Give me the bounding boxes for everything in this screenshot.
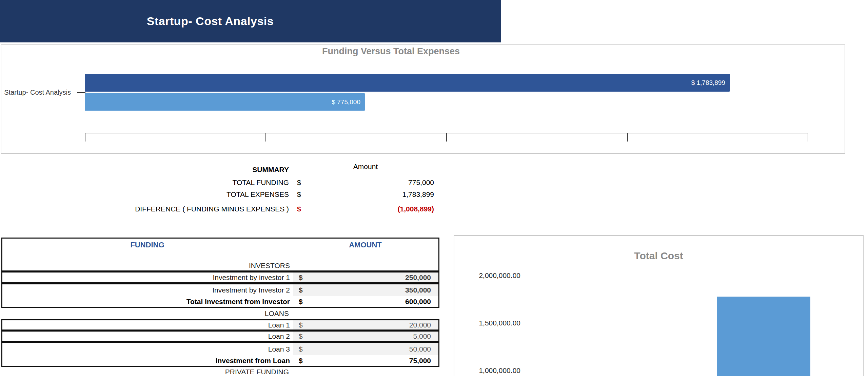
summary-row-label: TOTAL EXPENSES (0, 190, 289, 199)
currency-symbol: $ (297, 190, 314, 199)
total-cost-bar[interactable] (717, 297, 810, 376)
y-axis-tick-label: 1,500,000.00 (461, 319, 520, 328)
row-value[interactable]: 5,000 (303, 332, 438, 340)
funding-bar-data-label: $ 775,000 (332, 98, 365, 106)
category-tick-mark (77, 92, 85, 93)
table-row-loan-3-and-total: Loan 3 $ 50,000 Investment from Loan $ 7… (1, 342, 439, 367)
row-label: Investment by Investor 2 (2, 286, 293, 294)
expenses-bar-data-label: $ 1,783,899 (691, 79, 730, 87)
table-row-investor-1: Investment by investor 1 $ 250,000 (1, 271, 439, 283)
row-label: Investment from Loan (2, 357, 293, 365)
currency-symbol: $ (293, 332, 303, 340)
table-header-box: FUNDING AMOUNT INVESTORS (1, 238, 439, 271)
section-label-private-funding: PRIVATE FUNDING (1, 368, 292, 376)
currency-symbol: $ (293, 286, 303, 294)
chart-title: Total Cost (454, 250, 863, 262)
summary-row-label: TOTAL FUNDING (0, 178, 289, 187)
y-axis-tick-label: 2,000,000.00 (461, 271, 520, 280)
row-label: Investment by investor 1 (2, 274, 293, 282)
chart-title: Funding Versus Total Expenses (301, 46, 481, 56)
category-axis-label: Startup- Cost Analysis (1, 89, 71, 97)
row-label: Loan 2 (2, 332, 293, 340)
currency-symbol: $ (293, 357, 303, 365)
funding-vs-expenses-chart[interactable]: Funding Versus Total Expenses $ 1,783,89… (1, 44, 845, 154)
report-banner: Startup- Cost Analysis (0, 0, 501, 42)
summary-row-value[interactable]: (1,008,899) (332, 205, 434, 213)
y-axis-tick-label: 1,000,000.00 (461, 366, 520, 375)
row-value[interactable]: 600,000 (303, 298, 438, 306)
currency-symbol: $ (293, 321, 303, 329)
total-cost-chart[interactable]: Total Cost 2,000,000.00 1,500,000.00 1,0… (454, 235, 864, 376)
spreadsheet-report: Startup- Cost Analysis Funding Versus To… (0, 0, 868, 376)
x-axis-tick (446, 133, 447, 142)
table-row-investor-2-and-total: Investment by Investor 2 $ 350,000 Total… (1, 283, 439, 308)
table-header-amount: AMOUNT (292, 240, 438, 250)
row-value[interactable]: 75,000 (303, 357, 438, 365)
expenses-bar[interactable]: $ 1,783,899 (85, 74, 730, 92)
report-title: Startup- Cost Analysis (0, 0, 420, 42)
x-axis-tick (85, 133, 85, 142)
x-axis-tick (627, 133, 628, 142)
section-label-loans: LOANS (1, 309, 292, 318)
x-axis-tick (265, 133, 266, 142)
row-value[interactable]: 250,000 (303, 274, 438, 282)
summary-amount-header: Amount (338, 163, 393, 171)
section-label-investors: INVESTORS (2, 262, 293, 270)
summary-row-value[interactable]: 775,000 (332, 178, 434, 187)
row-label: Loan 1 (2, 321, 293, 329)
row-value[interactable]: 350,000 (303, 286, 438, 294)
summary-title: SUMMARY (0, 166, 289, 174)
funding-table: FUNDING AMOUNT INVESTORS Investment by i… (1, 238, 439, 376)
row-label: Loan 3 (2, 345, 293, 353)
currency-symbol: $ (293, 274, 303, 282)
summary-row-label: DIFFERENCE ( FUNDING MINUS EXPENSES ) (0, 205, 289, 213)
table-row-loan-2: Loan 2 $ 5,000 (1, 331, 439, 342)
currency-symbol: $ (293, 298, 303, 306)
currency-symbol: $ (297, 205, 314, 213)
currency-symbol: $ (293, 345, 303, 353)
currency-symbol: $ (297, 178, 314, 187)
summary-row-value[interactable]: 1,783,899 (332, 190, 434, 199)
row-value[interactable]: 50,000 (303, 345, 438, 353)
table-row-loan-1: Loan 1 $ 20,000 (1, 319, 439, 331)
row-label: Total Investment from Investor (2, 298, 293, 306)
x-axis-tick (808, 133, 808, 142)
row-value[interactable]: 20,000 (303, 321, 438, 329)
funding-bar[interactable]: $ 775,000 (85, 93, 365, 111)
table-header-funding: FUNDING (2, 240, 292, 250)
